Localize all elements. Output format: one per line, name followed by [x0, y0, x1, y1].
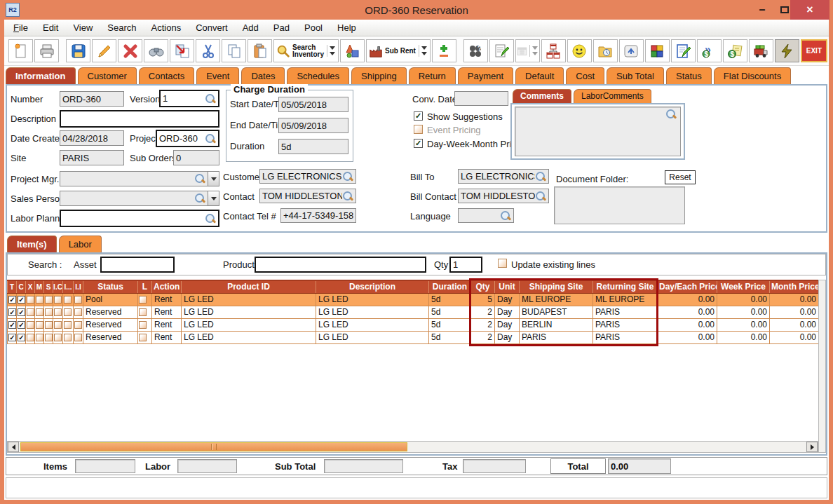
- col-header-x[interactable]: X: [26, 280, 35, 293]
- row-flag-checkbox[interactable]: [74, 331, 83, 343]
- dollar-note-button[interactable]: $: [723, 39, 747, 62]
- bill-to-field[interactable]: LG ELECTRONICS: [458, 169, 549, 184]
- truck-button[interactable]: [749, 39, 773, 62]
- cell-description[interactable]: LG LED: [316, 306, 429, 318]
- row-flag-checkbox[interactable]: [26, 293, 35, 306]
- project-mgr-field[interactable]: [60, 171, 208, 186]
- tab-laborcomments[interactable]: LaborComments: [574, 89, 651, 103]
- col-header-month-price[interactable]: Month Price: [770, 280, 819, 293]
- cell-action[interactable]: Rent: [152, 331, 182, 343]
- row-flag-checkbox[interactable]: [74, 306, 83, 318]
- cell-duration[interactable]: 5d: [429, 306, 471, 318]
- row-flag-checkbox[interactable]: ✓: [17, 318, 26, 331]
- menu-file[interactable]: File: [13, 22, 28, 33]
- menu-edit[interactable]: Edit: [43, 22, 58, 33]
- col-header-c[interactable]: C: [17, 280, 26, 293]
- cell-day-price[interactable]: 0.00: [658, 331, 717, 343]
- duration-field[interactable]: 5d: [278, 139, 348, 154]
- cell-returning-site[interactable]: PARIS: [593, 306, 658, 318]
- project-field[interactable]: ORD-360: [156, 130, 219, 147]
- cell-product-id[interactable]: LG LED: [182, 306, 316, 318]
- calendar-dropdown[interactable]: [529, 45, 539, 57]
- row-flag-checkbox[interactable]: [53, 293, 63, 306]
- contact-field[interactable]: TOM HIDDLESTON: [259, 189, 356, 203]
- tab-default[interactable]: Default: [515, 67, 564, 84]
- row-flag-checkbox[interactable]: [74, 318, 83, 331]
- row-flag-checkbox[interactable]: [26, 306, 35, 318]
- site-field[interactable]: PARIS: [60, 150, 124, 165]
- exit-button[interactable]: EXIT: [801, 39, 827, 62]
- shapes-button[interactable]: [340, 39, 365, 62]
- row-flag-checkbox[interactable]: [53, 331, 63, 343]
- menu-pool[interactable]: Pool: [304, 22, 323, 33]
- sales-person-dropdown[interactable]: [208, 191, 219, 206]
- menu-search[interactable]: Search: [107, 22, 136, 33]
- row-flag-checkbox[interactable]: [35, 293, 44, 306]
- item-row[interactable]: ✓✓PoolRentLG LEDLG LED5d5DayML EUROPEML …: [8, 293, 819, 306]
- cell-qty[interactable]: 2: [471, 331, 495, 343]
- tab-customer[interactable]: Customer: [78, 67, 137, 84]
- tab-labor[interactable]: Labor: [59, 236, 102, 252]
- project-mgr-lookup-icon[interactable]: [194, 173, 205, 184]
- horizontal-scroll-thumb[interactable]: [20, 442, 407, 451]
- col-header-t[interactable]: T: [8, 280, 17, 293]
- cell-day-price[interactable]: 0.00: [658, 306, 717, 318]
- tab-contacts[interactable]: Contacts: [139, 67, 194, 84]
- cell-unit[interactable]: Day: [495, 306, 520, 318]
- version-field[interactable]: 1: [159, 90, 219, 107]
- cell-product-id[interactable]: LG LED: [182, 318, 316, 331]
- col-header-unit[interactable]: Unit: [495, 280, 520, 293]
- paste-button[interactable]: [248, 39, 272, 62]
- cell-l[interactable]: [138, 331, 152, 343]
- col-header-day-each-price[interactable]: Day/Each Price: [658, 280, 717, 293]
- date-created-field[interactable]: 04/28/2018: [60, 130, 124, 146]
- cell-status[interactable]: Pool: [83, 293, 138, 306]
- folder-clock-button[interactable]: [593, 39, 618, 62]
- col-header-status[interactable]: Status: [83, 280, 138, 293]
- sub-rent-dropdown[interactable]: [419, 45, 428, 57]
- row-flag-checkbox[interactable]: [35, 306, 44, 318]
- cell-shipping-site[interactable]: PARIS: [520, 331, 593, 343]
- row-flag-checkbox[interactable]: [26, 318, 35, 331]
- row-flag-checkbox[interactable]: [74, 293, 83, 306]
- copy-button[interactable]: [222, 39, 246, 62]
- tab-event[interactable]: Event: [196, 67, 239, 84]
- row-flag-checkbox[interactable]: ✓: [17, 331, 26, 343]
- cell-action[interactable]: Rent: [152, 293, 182, 306]
- search-inventory-dropdown[interactable]: [327, 45, 337, 57]
- col-header-action[interactable]: Action: [152, 280, 182, 293]
- version-lookup-icon[interactable]: [205, 93, 216, 104]
- item-row[interactable]: ✓✓ReservedRentLG LEDLG LED5d2DayPARISPAR…: [8, 331, 819, 343]
- scroll-right-button[interactable]: [806, 442, 818, 452]
- sub-rent-button[interactable]: Sub Rent: [366, 39, 431, 62]
- cell-unit[interactable]: Day: [495, 331, 520, 343]
- col-header-ii[interactable]: I.I: [74, 280, 83, 293]
- language-lookup-icon[interactable]: [500, 210, 511, 222]
- new-document-button[interactable]: [8, 39, 33, 62]
- conv-date-field[interactable]: [454, 91, 508, 106]
- bill-contact-field[interactable]: TOM HIDDLESTON: [458, 189, 549, 203]
- number-field[interactable]: ORD-360: [60, 91, 124, 107]
- menu-help[interactable]: Help: [337, 22, 356, 33]
- cell-l[interactable]: [138, 306, 152, 318]
- cell-returning-site[interactable]: PARIS: [593, 331, 658, 343]
- customer-lookup-icon[interactable]: [342, 171, 353, 182]
- reset-button[interactable]: Reset: [665, 170, 696, 184]
- row-flag-checkbox[interactable]: [44, 318, 53, 331]
- cell-month-price[interactable]: 0.00: [770, 293, 819, 306]
- cell-status[interactable]: Reserved: [83, 306, 138, 318]
- comments-textarea[interactable]: [515, 107, 681, 156]
- dollar-send-button[interactable]: »$: [697, 39, 722, 62]
- delete-button[interactable]: [118, 39, 142, 62]
- cell-l[interactable]: [138, 318, 152, 331]
- row-flag-checkbox[interactable]: [44, 293, 53, 306]
- row-flag-checkbox[interactable]: [63, 306, 74, 318]
- find-button[interactable]: [144, 39, 168, 62]
- sub-orders-field[interactable]: 0: [173, 150, 219, 165]
- cell-shipping-site[interactable]: ML EUROPE: [520, 293, 593, 306]
- end-date-field[interactable]: 05/09/2018: [278, 118, 348, 133]
- cell-qty[interactable]: 2: [471, 318, 495, 331]
- show-suggestions-checkbox[interactable]: ✓: [414, 111, 423, 121]
- customer-field[interactable]: LG ELECTRONICS: [259, 169, 356, 184]
- contact-lookup-icon[interactable]: [342, 191, 353, 202]
